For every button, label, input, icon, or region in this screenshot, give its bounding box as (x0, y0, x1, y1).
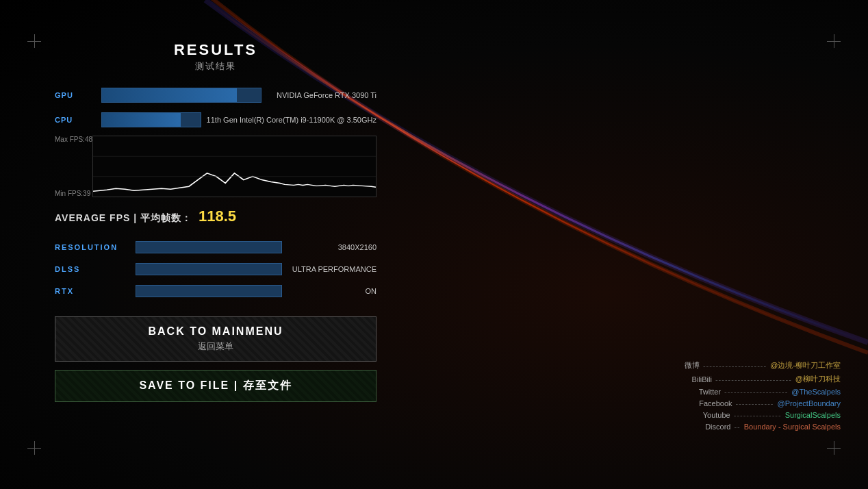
bilibili-handle: @柳叶刀科技 (795, 374, 841, 384)
bilibili-dashes: ------------------------ (715, 375, 792, 384)
cpu-bar (101, 112, 201, 127)
dlss-row: DLSS ULTRA PERFORMANCE (55, 261, 376, 277)
youtube-platform: Youtube (686, 411, 730, 419)
gpu-row: GPU NVIDIA GeForce RTX 3090 Ti (55, 86, 376, 104)
social-weibo: 微博 -------------------- @边境-柳叶刀工作室 (655, 360, 841, 371)
dlss-label: DLSS (55, 265, 130, 273)
save-to-file-button[interactable]: SAVE TO FILE | 存至文件 (55, 370, 376, 402)
fps-graph-container: Max FPS:486 Min FPS:39 (55, 136, 376, 197)
social-facebook: Facebook ------------ @ProjectBoundary (655, 399, 841, 408)
crosshair-bottom-right (827, 441, 841, 455)
button-group: BACK TO MAINMENU 返回菜单 SAVE TO FILE | 存至文… (55, 316, 376, 402)
fps-labels: Max FPS:486 Min FPS:39 (55, 136, 97, 197)
youtube-handle: SurgicalScalpels (785, 411, 841, 419)
rtx-bar (136, 285, 282, 297)
avg-fps-label: AVERAGE FPS | 平均帧数： (55, 212, 192, 225)
gpu-bar (101, 88, 261, 103)
save-btn-en: SAVE TO FILE | 存至文件 (139, 379, 292, 393)
resolution-row: RESOLUTION 3840X2160 (55, 239, 376, 255)
cpu-row: CPU 11th Gen Intel(R) Core(TM) i9-11900K… (55, 111, 376, 129)
avg-fps-row: AVERAGE FPS | 平均帧数： 118.5 (55, 208, 376, 225)
fps-graph-svg (93, 136, 376, 197)
bilibili-platform: BiliBili (667, 375, 712, 384)
cpu-bar-fill (102, 113, 181, 127)
weibo-dashes: -------------------- (703, 362, 767, 370)
back-btn-en: BACK TO MAINMENU (148, 325, 283, 338)
results-title-en: RESULTS (55, 41, 376, 59)
social-twitter: Twitter -------------------- @TheScalpel… (655, 388, 841, 396)
youtube-dashes: --------------- (734, 411, 782, 419)
twitter-platform: Twitter (676, 388, 721, 396)
max-fps-label: Max FPS:486 (55, 136, 97, 143)
crosshair-top-left (27, 34, 41, 48)
resolution-label: RESOLUTION (55, 243, 130, 251)
rtx-label: RTX (55, 287, 130, 295)
discord-platform: Discord (686, 423, 730, 431)
social-youtube: Youtube --------------- SurgicalScalpels (655, 411, 841, 419)
results-panel: RESULTS 测试结果 GPU NVIDIA GeForce RTX 3090… (55, 41, 376, 402)
avg-fps-value: 118.5 (199, 208, 236, 225)
social-bilibili: BiliBili ------------------------ @柳叶刀科技 (655, 374, 841, 384)
gpu-value: NVIDIA GeForce RTX 3090 Ti (267, 91, 376, 99)
weibo-handle: @边境-柳叶刀工作室 (770, 360, 841, 371)
social-panel: 微博 -------------------- @边境-柳叶刀工作室 BiliB… (655, 360, 841, 434)
twitter-dashes: -------------------- (724, 388, 788, 396)
facebook-dashes: ------------ (736, 399, 774, 408)
fps-graph (92, 136, 376, 197)
rtx-row: RTX ON (55, 283, 376, 299)
dlss-value: ULTRA PERFORMANCE (288, 265, 376, 273)
cpu-value: 11th Gen Intel(R) Core(TM) i9-11900K @ 3… (207, 116, 376, 124)
rtx-value: ON (288, 287, 376, 295)
social-discord: Discord -- Boundary - Surgical Scalpels (655, 423, 841, 431)
resolution-bar (136, 241, 282, 253)
resolution-value: 3840X2160 (288, 243, 376, 251)
crosshair-bottom-left (27, 441, 41, 455)
discord-dashes: -- (734, 423, 740, 431)
cpu-label: CPU (55, 116, 96, 124)
dlss-bar (136, 263, 282, 275)
facebook-platform: Facebook (688, 399, 732, 408)
min-fps-label: Min FPS:39 (55, 190, 97, 197)
gpu-bar-fill (102, 88, 237, 102)
gpu-label: GPU (55, 91, 96, 99)
twitter-handle: @TheScalpels (791, 388, 841, 396)
back-to-mainmenu-button[interactable]: BACK TO MAINMENU 返回菜单 (55, 316, 376, 362)
weibo-platform: 微博 (655, 360, 700, 371)
crosshair-top-right (827, 34, 841, 48)
back-btn-zh: 返回菜单 (198, 340, 233, 353)
facebook-handle: @ProjectBoundary (778, 399, 841, 408)
results-title: RESULTS 测试结果 (55, 41, 376, 73)
results-title-zh: 测试结果 (55, 60, 376, 73)
discord-handle: Boundary - Surgical Scalpels (744, 423, 841, 431)
stats-section: RESOLUTION 3840X2160 DLSS ULTRA PERFORMA… (55, 239, 376, 299)
